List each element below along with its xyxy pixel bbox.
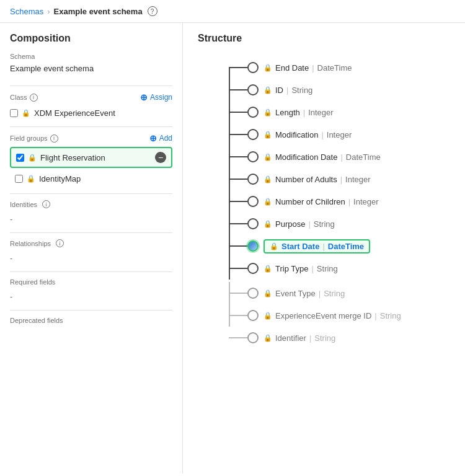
h-connector-0 (229, 67, 247, 68)
required-fields-label: Required fields (10, 278, 172, 286)
sub-field-2: 🔒 Identifier | String (264, 333, 335, 343)
tree-row-4: 🔒 Modification Date | DateTime (247, 146, 450, 168)
field-groups-label-row: Field groups i (10, 134, 58, 143)
field-group-item-1[interactable]: 🔒 IdentityMap (10, 170, 172, 187)
sub-nodes-container: 🔒 Event Type | String 🔒 ExperienceEvent … (247, 282, 450, 349)
node-name-7: Purpose (275, 219, 305, 229)
add-field-group-button[interactable]: ⊕ Add (149, 133, 172, 143)
tree-row-7: 🔒 Purpose | String (247, 213, 450, 235)
sub-name-2: Identifier (275, 333, 306, 343)
tree-row-2: 🔒 Length | Integer (247, 101, 450, 123)
sub-sep-1: | (374, 311, 376, 320)
assign-button[interactable]: ⊕ Assign (140, 92, 172, 102)
node-type-2: Integer (308, 108, 333, 117)
deprecated-fields-label-text: Deprecated fields (10, 317, 63, 324)
class-name: XDM ExperienceEvent (34, 108, 115, 118)
node-field-8: 🔒 Start Date | DateTime (264, 239, 370, 253)
node-circle-2[interactable] (247, 107, 259, 118)
node-type-3: Integer (327, 130, 352, 139)
breadcrumb-separator: › (47, 7, 50, 16)
sub-circle-2[interactable] (247, 332, 259, 343)
node-lock-0: 🔒 (264, 64, 272, 72)
node-type-0: DateTime (317, 63, 352, 73)
node-lock-9: 🔒 (264, 265, 272, 273)
fg-lock-icon-1: 🔒 (27, 175, 35, 183)
node-circle-4[interactable] (247, 151, 259, 162)
node-circle-1[interactable] (247, 84, 259, 95)
h-connector-8 (229, 245, 247, 247)
node-circle-9[interactable] (247, 263, 259, 274)
tree-row-5: 🔒 Number of Adults | Integer (247, 168, 450, 190)
node-type-4: DateTime (346, 152, 381, 162)
node-field-0: 🔒 End Date | DateTime (264, 63, 352, 73)
help-icon[interactable]: ? (148, 6, 157, 16)
node-circle-5[interactable] (247, 174, 259, 185)
node-sep-2: | (303, 108, 305, 117)
structure-title: Structure (198, 33, 450, 44)
node-name-4: Modification Date (275, 152, 337, 162)
main-vertical-line (229, 68, 230, 280)
sub-lock-1: 🔒 (264, 312, 272, 320)
node-circle-7[interactable] (247, 218, 259, 229)
field-groups-label-text: Field groups (10, 134, 48, 142)
node-name-6: Number of Children (275, 197, 345, 206)
h-connector-6 (229, 201, 247, 202)
h-connector-5 (229, 178, 247, 180)
node-circle-3[interactable] (247, 129, 259, 140)
tree-row-1: 🔒 ID | String (247, 79, 450, 101)
current-page-title: Example event schema (54, 7, 143, 16)
class-lock-icon: 🔒 (22, 109, 30, 117)
identities-label-text: Identities (10, 201, 37, 208)
class-help-icon[interactable]: i (30, 94, 38, 102)
node-circle-8[interactable] (247, 240, 259, 252)
node-field-4: 🔒 Modification Date | DateTime (264, 152, 381, 162)
divider-5 (10, 271, 172, 272)
tree-nodes-container: 🔒 End Date | DateTime 🔒 ID | String 🔒 Le… (247, 56, 450, 280)
node-lock-6: 🔒 (264, 198, 272, 206)
node-type-7: String (314, 219, 335, 229)
composition-title: Composition (10, 33, 172, 44)
h-connector-4 (229, 156, 247, 157)
identities-label-row: Identities i (10, 200, 172, 208)
fg-minus-0[interactable]: − (155, 152, 166, 163)
node-type-9: String (317, 264, 338, 273)
node-circle-0[interactable] (247, 62, 259, 73)
schemas-breadcrumb[interactable]: Schemas (10, 7, 43, 16)
class-item: 🔒 XDM ExperienceEvent (10, 106, 172, 120)
fg-checkbox-1[interactable] (15, 175, 23, 183)
node-field-2: 🔒 Length | Integer (264, 108, 334, 117)
node-lock-4: 🔒 (264, 153, 272, 161)
node-lock-2: 🔒 (264, 108, 272, 117)
h-connector-9 (229, 268, 247, 269)
field-group-item-0[interactable]: 🔒 Flight Reservation − (10, 147, 172, 168)
relationships-label-row: Relationships i (10, 239, 172, 247)
add-plus-icon: ⊕ (149, 133, 157, 143)
divider-4 (10, 232, 172, 233)
deprecated-fields-label: Deprecated fields (10, 317, 172, 324)
node-circle-6[interactable] (247, 196, 259, 207)
node-lock-1: 🔒 (264, 86, 272, 94)
class-checkbox[interactable] (10, 109, 18, 117)
field-groups-section-row: Field groups i ⊕ Add (10, 133, 172, 143)
node-sep-8: | (322, 242, 324, 251)
node-lock-7: 🔒 (264, 220, 272, 228)
node-sep-1: | (286, 86, 288, 95)
node-type-5: Integer (345, 175, 370, 184)
relationships-label-text: Relationships (10, 240, 51, 247)
sub-h-connector-0 (229, 293, 247, 294)
identities-help-icon[interactable]: i (42, 200, 50, 208)
node-name-2: Length (275, 108, 300, 117)
sub-vertical-line (229, 282, 230, 327)
sub-circle-0[interactable] (247, 288, 259, 299)
h-connector-2 (229, 112, 247, 113)
node-type-1: String (291, 86, 312, 95)
fg-checkbox-0[interactable] (16, 154, 24, 162)
sub-circle-1[interactable] (247, 310, 259, 321)
relationships-help-icon[interactable]: i (56, 239, 64, 247)
node-sep-9: | (311, 264, 313, 273)
required-fields-value: - (10, 289, 172, 304)
sub-type-2: String (314, 333, 335, 343)
field-groups-list: 🔒 Flight Reservation − 🔒 IdentityMap (10, 147, 172, 187)
field-groups-help-icon[interactable]: i (50, 134, 58, 143)
node-field-9: 🔒 Trip Type | String (264, 264, 338, 273)
